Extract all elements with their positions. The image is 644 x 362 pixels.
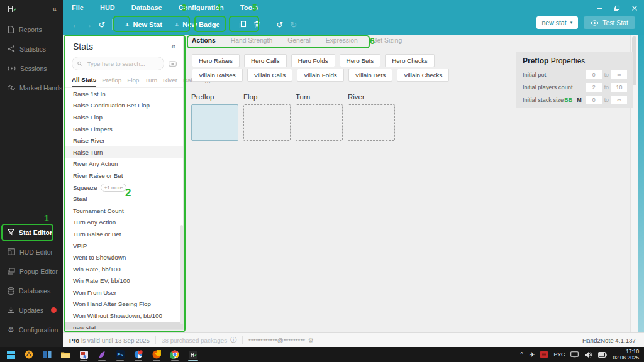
- maximize-button[interactable]: [611, 4, 623, 13]
- editor-tab[interactable]: General: [287, 36, 311, 44]
- taskbar-app-chrome[interactable]: [167, 347, 182, 362]
- new-badge-button[interactable]: + New Badge: [169, 18, 226, 31]
- taskbar-app-triangle[interactable]: [21, 347, 36, 362]
- villain-action-button[interactable]: Villain Calls: [247, 69, 292, 82]
- stat-list-item[interactable]: Tournament Count: [65, 205, 183, 217]
- taskbar-app-screenshot[interactable]: [76, 347, 91, 362]
- hero-action-button[interactable]: Hero Calls: [244, 54, 287, 67]
- stat-list-item[interactable]: Raise River: [65, 134, 183, 146]
- street-drop-zone[interactable]: [191, 104, 238, 141]
- menu-item[interactable]: File: [72, 4, 84, 11]
- taskbar-app-firefox[interactable]: [149, 347, 164, 362]
- villain-action-button[interactable]: Villain Raises: [192, 69, 243, 82]
- stats-filter-tab[interactable]: Flop: [127, 77, 139, 87]
- taskbar-app-photoshop[interactable]: Ps: [113, 347, 128, 362]
- initial-pot-to-input[interactable]: [611, 70, 627, 79]
- sidebar-item-statistics[interactable]: Statistics: [0, 39, 63, 58]
- stats-filter-tab[interactable]: All Stats: [72, 76, 96, 87]
- redo-icon[interactable]: ↻: [287, 20, 300, 30]
- stat-list-item[interactable]: Raise Turn: [65, 146, 183, 158]
- delete-icon[interactable]: [251, 21, 264, 29]
- stat-selector-dropdown[interactable]: new stat ▾: [536, 16, 579, 29]
- menu-item[interactable]: Tools: [240, 4, 258, 11]
- stat-list-item[interactable]: River Any Action: [65, 158, 183, 170]
- taskbar-clock[interactable]: 17:10 02.06.2025: [613, 348, 639, 361]
- sidebar-item-sessions[interactable]: Sessions: [0, 58, 63, 78]
- hero-action-button[interactable]: Hero Folds: [291, 54, 335, 67]
- initial-pot-from-input[interactable]: [586, 70, 602, 79]
- stats-filter-tab[interactable]: Turn: [145, 77, 157, 87]
- stats-filter-tab[interactable]: River: [163, 77, 177, 87]
- street-drop-zone[interactable]: [296, 104, 343, 141]
- start-button[interactable]: [3, 347, 18, 362]
- unit-bb-toggle[interactable]: BB: [564, 97, 572, 103]
- hero-action-button[interactable]: Hero Bets: [340, 54, 381, 67]
- minimize-button[interactable]: [594, 4, 605, 13]
- telegram-tray-icon[interactable]: ✈: [529, 351, 535, 359]
- players-count-to-input[interactable]: [611, 83, 627, 92]
- close-button[interactable]: [629, 4, 640, 13]
- editor-tab[interactable]: Hand Strength: [231, 36, 272, 44]
- account-settings-gear-icon[interactable]: ⚙: [308, 337, 314, 344]
- undo-icon[interactable]: ↺: [274, 20, 286, 30]
- battery-tray-icon[interactable]: [598, 352, 607, 358]
- red-app-tray-icon[interactable]: [540, 351, 548, 358]
- players-count-from-input[interactable]: [586, 83, 602, 92]
- sidebar-item-databases[interactable]: Databases: [0, 281, 63, 300]
- stack-size-from-input[interactable]: [586, 96, 602, 104]
- stat-list-item[interactable]: Raise Limpers: [65, 123, 183, 135]
- new-stat-button[interactable]: + New Stat: [119, 18, 169, 31]
- stat-list-item[interactable]: Won Without Showdown, bb/100: [65, 310, 183, 322]
- unit-m-toggle[interactable]: M: [577, 97, 582, 103]
- villain-action-button[interactable]: Villain Checks: [397, 69, 449, 82]
- display-tray-icon[interactable]: [570, 351, 579, 358]
- history-icon[interactable]: ↺: [96, 20, 108, 30]
- stat-list-item[interactable]: Went to Showdown: [65, 251, 183, 263]
- street-drop-zone[interactable]: [348, 104, 395, 141]
- stat-list-item[interactable]: Won From User: [65, 287, 183, 299]
- stat-list-item[interactable]: River Raise or Bet: [65, 170, 183, 182]
- stat-list-item[interactable]: VPIP: [65, 240, 183, 252]
- back-icon[interactable]: ←: [69, 20, 82, 30]
- stats-filter-tab[interactable]: Preflop: [102, 77, 121, 87]
- street-drop-zone[interactable]: [243, 104, 291, 141]
- file-explorer-button[interactable]: [58, 347, 73, 362]
- stat-list-item[interactable]: new stat: [65, 322, 183, 329]
- stat-list-item[interactable]: Won Hand After Seeing Flop: [65, 299, 183, 310]
- hero-action-button[interactable]: Hero Checks: [385, 54, 435, 67]
- stat-list-item[interactable]: Turn Raise or Bet: [65, 228, 183, 240]
- villain-action-button[interactable]: Villain Folds: [297, 69, 344, 82]
- taskbar-app-pie[interactable]: [131, 347, 146, 362]
- editor-tab[interactable]: Actions: [192, 36, 216, 44]
- sidebar-item-configuration[interactable]: ⚙ Configuration: [0, 320, 63, 339]
- copy-icon[interactable]: [236, 21, 249, 29]
- list-scrollbar-thumb[interactable]: [180, 225, 183, 324]
- search-input[interactable]: [86, 60, 158, 68]
- menu-item[interactable]: Configuration: [179, 4, 224, 11]
- villain-action-button[interactable]: Villain Bets: [348, 69, 392, 82]
- menu-item[interactable]: Database: [131, 4, 162, 11]
- sidebar-item-stat-editor[interactable]: Stat Editor: [0, 222, 63, 242]
- sidebar-item-updates[interactable]: Updates: [0, 300, 63, 320]
- stat-list-item[interactable]: Turn Any Action: [65, 217, 183, 229]
- taskbar-app-hand2note[interactable]: [186, 347, 201, 362]
- stat-list-item[interactable]: Raise Flop: [65, 111, 183, 123]
- menu-item[interactable]: HUD: [100, 4, 115, 11]
- editor-tab[interactable]: Expression: [326, 36, 358, 44]
- sidebar-item-popup-editor[interactable]: Popup Editor: [0, 261, 63, 281]
- taskbar-app-panels[interactable]: [40, 347, 55, 362]
- camera-icon[interactable]: [169, 60, 177, 67]
- sidebar-item-hud-editor[interactable]: HUD Editor: [0, 242, 63, 261]
- panel-collapse-icon[interactable]: «: [171, 42, 175, 51]
- hero-action-button[interactable]: Hero Raises: [192, 54, 240, 67]
- sidebar-item-marked-hands[interactable]: Marked Hands: [0, 78, 63, 97]
- volume-tray-icon[interactable]: [584, 351, 592, 358]
- editor-tab[interactable]: Bet Sizing: [373, 36, 402, 44]
- info-icon[interactable]: ⓘ: [230, 336, 236, 344]
- stat-list-item[interactable]: Steal: [65, 193, 183, 205]
- test-stat-button[interactable]: Test Stat: [584, 16, 635, 29]
- taskbar-app-feather[interactable]: [94, 347, 109, 362]
- tray-chevron-icon[interactable]: ^: [520, 351, 523, 358]
- stat-list-item[interactable]: Win Rate, bb/100: [65, 263, 183, 275]
- sidebar-item-reports[interactable]: Reports: [0, 19, 63, 39]
